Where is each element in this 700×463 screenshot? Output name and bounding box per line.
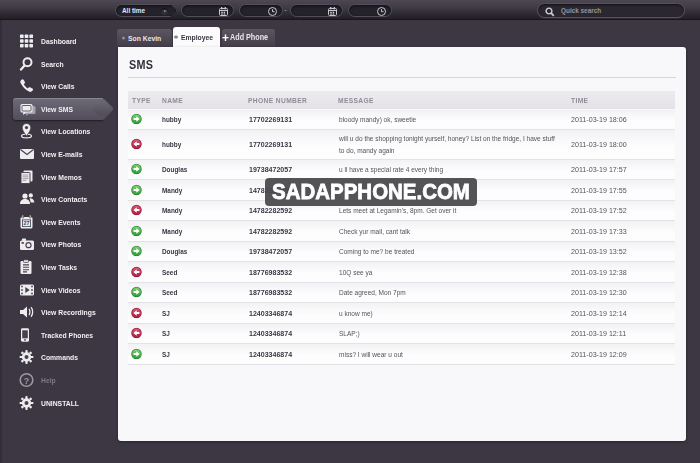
svg-text:27: 27: [24, 220, 30, 226]
svg-text:?: ?: [24, 376, 30, 386]
